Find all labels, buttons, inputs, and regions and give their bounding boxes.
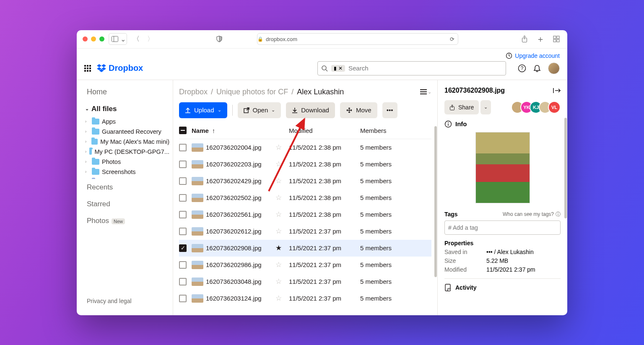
sidebar-home[interactable]: Home (77, 88, 173, 101)
share-icon[interactable] (519, 34, 530, 44)
table-row[interactable]: 1620736202986.jpg ☆ 11/5/2021 2:37 pm 5 … (179, 257, 431, 273)
prop-val-saved[interactable]: ••• / Alex Lukashin (486, 249, 534, 255)
app-launcher-icon[interactable] (84, 65, 91, 72)
download-icon (292, 107, 298, 113)
tree-item[interactable]: ›My Mac (Alex's Mac mini) (77, 137, 173, 147)
new-tab-icon[interactable]: ＋ (535, 34, 545, 44)
table-row[interactable]: 1620736203124.jpg ☆ 11/5/2021 2:37 pm 5 … (179, 290, 431, 307)
sidebar-toggle[interactable]: ⌄ (109, 33, 127, 45)
tree-item[interactable]: ›My PC (DESKTOP-GPG7... (77, 147, 173, 157)
crumb-parent[interactable]: Unique photos for CF (216, 88, 288, 96)
sidebar-all-files[interactable]: ⌄All files (77, 101, 173, 117)
table-row[interactable]: 1620736203048.jpg ☆ 11/5/2021 2:37 pm 5 … (179, 273, 431, 290)
tree-item[interactable]: ›Photos (77, 157, 173, 167)
member-avatars[interactable]: YKKJVL (514, 101, 561, 114)
row-checkbox[interactable] (179, 161, 187, 168)
search-scope-chip[interactable]: ▮✕ (331, 65, 345, 72)
download-button[interactable]: Download (286, 102, 335, 118)
row-checkbox[interactable] (179, 228, 187, 235)
file-modified: 11/5/2021 2:37 pm (289, 228, 360, 235)
table-row[interactable]: 1620736202502.jpg ☆ 11/5/2021 2:38 pm 5 … (179, 189, 431, 206)
row-checkbox[interactable] (179, 261, 187, 269)
minimize-window[interactable] (91, 36, 96, 42)
close-window[interactable] (83, 36, 88, 42)
table-row[interactable]: 1620736202004.jpg ☆ 11/5/2021 2:38 pm 5 … (179, 139, 431, 156)
star-icon[interactable]: ☆ (275, 227, 289, 236)
select-all-checkbox[interactable] (179, 127, 187, 134)
shield-icon[interactable] (214, 34, 224, 44)
share-options-button[interactable]: ⌄ (480, 100, 491, 114)
scrollbar[interactable] (434, 126, 437, 277)
scrollbar[interactable] (564, 118, 567, 218)
table-header: Name↑ Modified Members (179, 122, 431, 139)
share-button[interactable]: Share (444, 100, 479, 114)
sidebar-recents[interactable]: Recents (77, 179, 173, 196)
row-checkbox[interactable] (179, 194, 187, 202)
open-button[interactable]: Open ⌄ (238, 102, 281, 118)
address-bar[interactable]: 🔒 dropbox.com ⟳ (257, 33, 458, 45)
star-icon[interactable]: ☆ (275, 143, 289, 152)
bell-icon[interactable] (533, 64, 541, 73)
collapse-panel-icon[interactable] (553, 88, 561, 93)
row-checkbox[interactable] (179, 177, 187, 185)
table-row[interactable]: ✓ 1620736202908.jpg ★ 11/5/2021 2:37 pm … (179, 240, 431, 257)
tabs-icon[interactable] (551, 34, 561, 44)
star-icon[interactable]: ☆ (275, 294, 289, 303)
star-icon[interactable]: ☆ (275, 277, 289, 286)
table-row[interactable]: 1620736202203.jpg ☆ 11/5/2021 2:38 pm 5 … (179, 156, 431, 173)
file-thumbnail (192, 160, 203, 169)
table-row[interactable]: 1620736202612.jpg ☆ 11/5/2021 2:37 pm 5 … (179, 223, 431, 240)
col-name[interactable]: Name↑ (192, 127, 275, 134)
star-icon[interactable]: ★ (275, 244, 289, 252)
help-icon[interactable]: ? (518, 64, 526, 73)
search-bar[interactable]: ▮✕ (317, 61, 506, 75)
table-row[interactable]: 1620736202429.jpg ☆ 11/5/2021 2:38 pm 5 … (179, 173, 431, 189)
file-thumbnail (192, 227, 203, 236)
star-icon[interactable]: ☆ (275, 193, 289, 202)
dropbox-logo[interactable]: Dropbox (97, 63, 143, 73)
sidebar-photos[interactable]: PhotosNew (77, 213, 173, 229)
tree-item[interactable]: ›Screenshots (77, 167, 173, 177)
file-preview[interactable] (475, 132, 530, 203)
row-checkbox[interactable] (179, 295, 187, 302)
row-checkbox[interactable] (179, 278, 187, 285)
account-avatar[interactable] (548, 62, 560, 74)
tree-item[interactable]: ›Apps (77, 117, 173, 127)
col-members[interactable]: Members (360, 127, 431, 134)
crumb-root[interactable]: Dropbox (179, 88, 208, 96)
row-checkbox[interactable] (179, 144, 187, 151)
row-checkbox[interactable] (179, 211, 187, 218)
forward-button[interactable]: 〉 (145, 34, 156, 44)
maximize-window[interactable] (99, 36, 104, 42)
prop-key-size: Size (444, 257, 486, 264)
file-name: 1620736202203.jpg (206, 161, 275, 168)
file-name: 1620736202004.jpg (206, 144, 275, 151)
chevron-down-icon: ⌄ (120, 34, 126, 44)
move-button[interactable]: Move (340, 102, 377, 118)
row-checkbox[interactable]: ✓ (179, 244, 187, 252)
search-input[interactable] (348, 65, 502, 72)
file-thumbnail (192, 244, 203, 252)
view-toggle[interactable]: ⌄ (420, 89, 431, 95)
member-avatar[interactable]: VL (548, 101, 561, 114)
upload-button[interactable]: Upload ⌄ (179, 102, 227, 118)
sidebar-starred[interactable]: Starred (77, 196, 173, 213)
activity-section[interactable]: Activity (444, 278, 561, 296)
col-modified[interactable]: Modified (289, 127, 360, 134)
tags-visibility-link[interactable]: Who can see my tags?ⓘ (503, 211, 561, 218)
file-name: 1620736202561.jpg (206, 211, 275, 218)
table-row[interactable]: 1620736202561.jpg ☆ 11/5/2021 2:38 pm 5 … (179, 206, 431, 223)
star-icon[interactable]: ☆ (275, 210, 289, 219)
tree-item[interactable]: ›Guaranteed Recovery (77, 127, 173, 137)
star-icon[interactable]: ☆ (275, 160, 289, 169)
upgrade-link[interactable]: Upgrade account (515, 52, 560, 59)
star-icon[interactable]: ☆ (275, 176, 289, 185)
more-button[interactable]: ••• (382, 102, 397, 118)
back-button[interactable]: 〈 (131, 34, 141, 44)
chip-close-icon[interactable]: ✕ (338, 65, 343, 71)
reload-icon[interactable]: ⟳ (450, 36, 458, 42)
tag-input[interactable] (444, 220, 561, 235)
folder-chip-icon: ▮ (334, 65, 337, 71)
star-icon[interactable]: ☆ (275, 260, 289, 269)
sidebar-footer-link[interactable]: Privacy and legal (77, 292, 173, 310)
